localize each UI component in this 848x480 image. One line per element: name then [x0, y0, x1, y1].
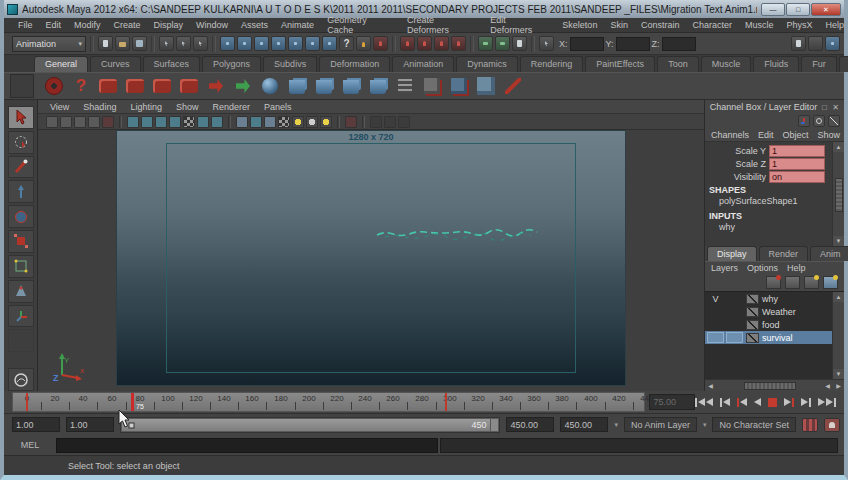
coord-y-input[interactable] [616, 37, 650, 51]
playback-start-field[interactable]: 1.00 [66, 417, 114, 432]
maximize-button[interactable]: □ [786, 3, 810, 16]
show-tool-settings-icon[interactable] [808, 36, 823, 51]
show-menu[interactable]: Show [818, 130, 841, 140]
layer-row-why[interactable]: V why [705, 292, 832, 305]
make-live-icon[interactable] [305, 36, 320, 51]
screen-space-ao-icon[interactable] [197, 116, 209, 128]
playblast-icon[interactable] [43, 75, 65, 97]
playback-end-field[interactable]: 450.00 [506, 417, 554, 432]
render-current-frame-icon[interactable] [478, 36, 493, 51]
render-settings-icon[interactable] [512, 36, 527, 51]
layer-playback-toggle[interactable] [726, 293, 743, 304]
shelf-tab-muscle[interactable]: Muscle [701, 56, 752, 72]
paint-bucket-icon[interactable] [286, 75, 308, 97]
menu-help[interactable]: Help [825, 20, 844, 30]
edit-menu[interactable]: Edit [758, 130, 774, 140]
lock-camera-icon[interactable] [60, 116, 72, 128]
shelf-tab-subdivs[interactable]: Subdivs [263, 56, 317, 72]
move-layer-down-icon[interactable] [785, 276, 800, 289]
move-tool[interactable] [8, 180, 34, 203]
help-line-icon[interactable] [70, 75, 92, 97]
panel-menu-renderer[interactable]: Renderer [212, 102, 250, 112]
scroll-right-icon[interactable]: ▶ [833, 382, 844, 389]
textured-icon[interactable] [155, 116, 167, 128]
xray-joints-icon[interactable] [264, 116, 276, 128]
snap-grid-icon[interactable] [220, 36, 235, 51]
menu-window[interactable]: Window [196, 20, 228, 30]
minimize-button[interactable]: — [761, 3, 785, 16]
show-attribute-editor-icon[interactable] [791, 36, 806, 51]
motion-blur-icon[interactable] [211, 116, 223, 128]
menu-skin[interactable]: Skin [610, 20, 628, 30]
scroll-left-icon[interactable]: ◀ [705, 382, 716, 389]
select-component-icon[interactable] [193, 36, 208, 51]
close-panel-icon[interactable]: ✕ [830, 103, 841, 112]
rotate-tool[interactable] [8, 205, 34, 228]
layer-visibility-toggle[interactable] [707, 306, 724, 317]
redo-arrow-icon[interactable] [205, 75, 227, 97]
paint-bucket-2-icon[interactable] [313, 75, 335, 97]
duplicate-cubes-icon[interactable] [475, 75, 497, 97]
camera-pan-icon[interactable] [178, 75, 200, 97]
paint-bucket-4-icon[interactable] [367, 75, 389, 97]
show-channel-box-icon[interactable] [825, 36, 840, 51]
tab-display[interactable]: Display [707, 246, 757, 261]
wireframe-icon[interactable] [127, 116, 139, 128]
layer-name[interactable]: why [762, 294, 778, 304]
object-menu[interactable]: Object [783, 130, 809, 140]
snap-view-plane-icon[interactable] [271, 36, 286, 51]
open-scene-icon[interactable] [115, 36, 130, 51]
scroll-up-icon[interactable]: ▲ [833, 292, 844, 302]
paint-select-tool[interactable] [8, 156, 34, 179]
scrollbar-thumb[interactable] [744, 382, 796, 390]
menu-modify[interactable]: Modify [74, 20, 101, 30]
layer-playback-toggle[interactable] [726, 332, 743, 343]
range-slider-handle[interactable] [490, 419, 498, 431]
menu-file[interactable]: File [18, 20, 33, 30]
panel-menu-view[interactable]: View [50, 102, 69, 112]
undo-arrow-icon[interactable] [232, 75, 254, 97]
menu-create[interactable]: Create [114, 20, 141, 30]
snap-magnet-plane-icon[interactable] [451, 36, 466, 51]
layer-visibility-toggle[interactable] [707, 332, 724, 343]
layer-color-swatch[interactable] [746, 320, 759, 330]
channel-value-input[interactable]: 1 [769, 145, 825, 157]
camera-track-icon[interactable] [124, 75, 146, 97]
panel-menu-show[interactable]: Show [176, 102, 199, 112]
image-plane-icon[interactable] [102, 116, 114, 128]
paint-brush-icon[interactable] [502, 75, 524, 97]
layer-row-survival[interactable]: survival [705, 331, 832, 344]
shelf-tab-polygons[interactable]: Polygons [202, 56, 261, 72]
lasso-tool[interactable] [8, 131, 34, 154]
view-transform-icon[interactable] [320, 116, 332, 128]
scale-tool[interactable] [8, 230, 34, 253]
shelf-tab-deformation[interactable]: Deformation [319, 56, 390, 72]
save-scene-icon[interactable] [132, 36, 147, 51]
shelf-tab-animation[interactable]: Animation [392, 56, 454, 72]
shelf-popup-icon[interactable] [10, 74, 34, 98]
layer-visibility-toggle[interactable] [707, 319, 724, 330]
menu-edit-deformers[interactable]: Edit Deformers [490, 15, 549, 35]
shelf-tab-dynamics[interactable]: Dynamics [456, 56, 518, 72]
menu-assets[interactable]: Assets [241, 20, 268, 30]
channel-value-input[interactable]: on [769, 171, 825, 183]
exposure-icon[interactable] [278, 116, 290, 128]
layer-color-swatch[interactable] [746, 333, 759, 343]
command-line-input[interactable] [56, 438, 438, 453]
input-node-item[interactable]: why [705, 222, 831, 235]
channel-value-input[interactable]: 1 [769, 158, 825, 170]
snap-curve-icon[interactable] [237, 36, 252, 51]
snap-magnet-curve-icon[interactable] [417, 36, 432, 51]
tab-render[interactable]: Render [759, 246, 809, 261]
speed-slider-icon[interactable] [828, 115, 840, 127]
shelf-tab-painteffects[interactable]: PaintEffects [585, 56, 655, 72]
step-forward-key-button[interactable] [784, 396, 794, 408]
lock-icon[interactable] [356, 36, 371, 51]
coord-x-input[interactable] [570, 37, 604, 51]
layer-list-scrollbar[interactable]: ▲ ▼ [832, 292, 844, 379]
go-to-start-button[interactable] [695, 396, 713, 408]
select-object-icon[interactable] [176, 36, 191, 51]
character-set-selector[interactable]: No Character Set [712, 417, 796, 432]
poly-cube-blue-icon[interactable] [448, 75, 470, 97]
poly-cube-icon[interactable] [421, 75, 443, 97]
